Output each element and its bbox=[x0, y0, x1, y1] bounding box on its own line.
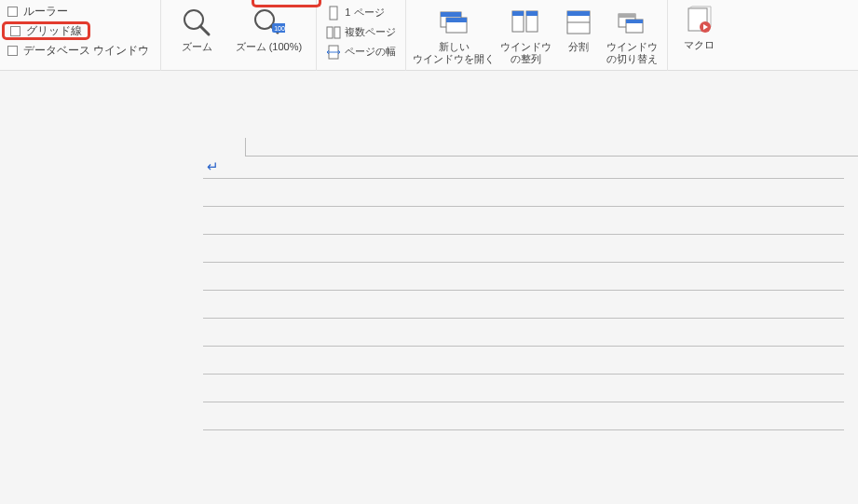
multi-page-button[interactable]: 複数ページ bbox=[322, 22, 400, 42]
svg-rect-6 bbox=[330, 7, 337, 20]
svg-rect-16 bbox=[512, 11, 524, 16]
svg-rect-14 bbox=[446, 18, 467, 22]
one-page-icon bbox=[326, 6, 341, 20]
ribbon: ルーラー グリッド線 データベース ウインドウ ズーム 100 ズーム (100… bbox=[0, 0, 858, 71]
paragraph-mark-icon: ↵ bbox=[207, 158, 219, 175]
gridline bbox=[203, 375, 844, 402]
tab-highlight bbox=[252, 0, 321, 7]
gridline bbox=[203, 291, 844, 319]
multi-page-label: 複数ページ bbox=[345, 25, 396, 39]
svg-rect-18 bbox=[526, 11, 538, 16]
window-group: 新しい ウインドウを開く ウインドウ の整列 分割 ウインドウ の切り替え bbox=[406, 0, 668, 71]
gridline bbox=[203, 179, 844, 207]
show-group: ルーラー グリッド線 データベース ウインドウ bbox=[0, 0, 161, 71]
new-window-button[interactable]: 新しい ウインドウを開く bbox=[412, 4, 496, 69]
macro-group: マクロ bbox=[668, 0, 729, 71]
svg-rect-8 bbox=[334, 27, 340, 38]
svg-rect-20 bbox=[567, 11, 590, 16]
ruler-margin-indicator bbox=[245, 138, 858, 157]
svg-rect-23 bbox=[619, 14, 635, 18]
gridline bbox=[203, 402, 844, 430]
svg-rect-25 bbox=[626, 20, 643, 23]
gridlines-checkbox[interactable]: グリッド線 bbox=[2, 21, 90, 40]
split-icon bbox=[562, 6, 595, 39]
gridlines-label: グリッド線 bbox=[26, 23, 82, 39]
page-width-icon bbox=[326, 45, 341, 60]
zoom-button[interactable]: ズーム bbox=[167, 4, 226, 69]
switch-windows-icon bbox=[615, 6, 648, 39]
split-button[interactable]: 分割 bbox=[555, 4, 602, 69]
zoom-group: ズーム 100 ズーム (100%) bbox=[161, 0, 317, 71]
magnifier-icon bbox=[180, 6, 213, 39]
one-page-button[interactable]: 1 ページ bbox=[322, 3, 388, 22]
page-width-button[interactable]: ページの幅 bbox=[322, 42, 400, 61]
svg-rect-7 bbox=[327, 27, 333, 38]
macro-icon bbox=[682, 4, 715, 37]
zoom-label: ズーム bbox=[182, 41, 212, 53]
database-window-label: データベース ウインドウ bbox=[23, 43, 149, 59]
ruler-label: ルーラー bbox=[23, 4, 68, 20]
macro-label: マクロ bbox=[684, 39, 715, 51]
checkbox-box-icon bbox=[10, 26, 20, 36]
svg-rect-12 bbox=[441, 12, 461, 17]
gridline bbox=[203, 347, 844, 375]
database-window-checkbox[interactable]: データベース ウインドウ bbox=[2, 41, 155, 60]
arrange-label: ウインドウ の整列 bbox=[500, 41, 552, 65]
zoom-100-button[interactable]: 100 ズーム (100%) bbox=[226, 4, 310, 69]
ruler-checkbox[interactable]: ルーラー bbox=[2, 2, 74, 20]
split-label: 分割 bbox=[568, 41, 589, 53]
svg-text:100: 100 bbox=[275, 25, 286, 32]
new-window-label: 新しい ウインドウを開く bbox=[413, 41, 495, 65]
gridline bbox=[203, 207, 844, 235]
one-page-label: 1 ページ bbox=[345, 6, 384, 20]
page-view-group: 1 ページ 複数ページ ページの幅 bbox=[317, 0, 406, 71]
checkbox-box-icon bbox=[7, 46, 18, 56]
page: ↵ bbox=[65, 151, 838, 430]
multi-page-icon bbox=[326, 25, 341, 40]
page-width-label: ページの幅 bbox=[345, 45, 396, 59]
checkbox-box-icon bbox=[7, 7, 18, 17]
zoom-100-label: ズーム (100%) bbox=[236, 41, 303, 53]
document-area[interactable]: ↵ bbox=[0, 71, 858, 504]
arrange-windows-button[interactable]: ウインドウ の整列 bbox=[496, 4, 555, 69]
macro-button[interactable]: マクロ bbox=[674, 2, 724, 67]
gridline bbox=[203, 263, 844, 291]
gridline bbox=[203, 319, 844, 347]
svg-line-1 bbox=[200, 26, 209, 34]
gridline bbox=[203, 235, 844, 263]
switch-windows-button[interactable]: ウインドウ の切り替え bbox=[602, 4, 661, 69]
switch-label: ウインドウ の切り替え bbox=[606, 41, 658, 65]
magnifier-100-icon: 100 bbox=[252, 6, 285, 39]
arrange-icon bbox=[509, 6, 542, 39]
new-window-icon bbox=[437, 6, 470, 39]
